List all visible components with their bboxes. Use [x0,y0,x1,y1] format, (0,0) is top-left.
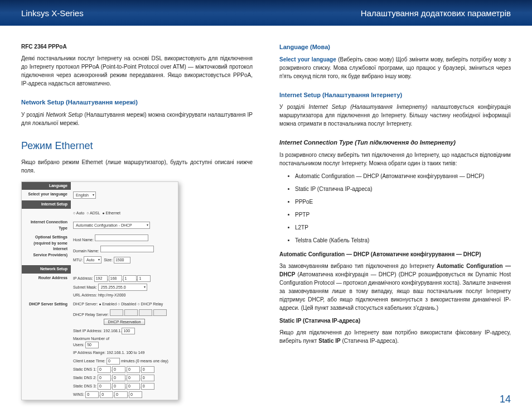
connection-types-list: Automatic Configuration — DHCP (Автомати… [279,172,511,245]
language-select[interactable]: English [73,191,96,199]
mtu-size-input[interactable]: 1500 [114,257,130,264]
ip-input[interactable]: 192 [94,275,108,282]
dhcp-relay-radio[interactable]: DHCP Relay [137,302,163,306]
start-ip-input[interactable]: 100 [122,328,135,334]
internet-setup-title: Internet Setup (Налаштування Інтернету) [279,90,511,100]
internet-setup-text: У розділі Internet Setup (Налаштування І… [279,103,511,128]
max-users-input[interactable]: 50 [85,342,99,348]
mode-adsl-radio[interactable]: ADSL [86,210,100,217]
header-right: Налаштування додаткових параметрів [361,8,511,18]
dns1-input[interactable]: 0 [98,366,111,373]
ict-text: Із розкривного списку виберіть тип підкл… [279,151,511,167]
list-item: Automatic Configuration — DHCP (Автомати… [295,172,511,180]
dhcp-reservation-button[interactable]: DHCP Reservation [104,319,144,325]
list-item: Telstra Cable (Кабель Telstra) [295,236,511,245]
dns2-input[interactable]: 0 [98,375,111,381]
language-title: Language (Мова) [279,42,511,52]
page-header: Linksys X-Series Налаштування додаткових… [0,0,532,26]
subnet-select[interactable]: 255.255.255.0 [98,284,147,291]
ict-select[interactable]: Automatic Configuration - DHCP [73,222,150,229]
dhcp-enabled-radio[interactable]: Enabled [99,302,117,306]
list-item: L2TP [295,223,511,232]
list-item: Static IP (Статична IP-адреса) [295,185,511,193]
right-column: Language (Мова) Select your language (Ви… [279,42,511,400]
ict-title: Internet Connection Type (Тип підключенн… [279,138,511,147]
domain-input[interactable] [100,246,154,252]
page-content: RFC 2364 PPPoA Деякі постачальники послу… [0,26,532,400]
ethernet-mode-text: Якщо вибрано режим Ethernet (лише маршру… [21,158,253,175]
dns3-input[interactable]: 0 [98,383,111,390]
page-number: 14 [500,394,511,405]
header-left: Linksys X-Series [21,8,84,18]
hostname-input[interactable] [95,234,148,241]
left-column: RFC 2364 PPPoA Деякі постачальники послу… [21,42,253,400]
ethernet-mode-title: Режим Ethernet [21,138,253,154]
list-item: PPTP [295,210,511,219]
list-item: PPPoE [295,198,511,206]
dhcp-disabled-radio[interactable]: Disabled [118,302,136,306]
network-setup-title: Network Setup (Налаштування мережі) [21,98,253,107]
rfc-title: RFC 2364 PPPoA [21,42,253,51]
language-text: Select your language (Виберіть свою мову… [279,55,511,80]
static-ip-text: Якщо для підключення до Інтернету вам по… [279,328,511,345]
mtu-select[interactable]: Auto [84,256,101,264]
mode-ethernet-radio[interactable]: Ethernet [102,210,120,217]
mode-auto-radio[interactable]: Auto [73,210,84,217]
auto-dhcp-title: Automatic Configuration — DHCP (Автомати… [279,250,511,258]
lease-input[interactable]: 0 [107,358,120,365]
rfc-text: Деякі постачальники послуг Інтернету на … [21,54,253,88]
wins-input[interactable]: 0 [85,391,99,398]
static-ip-title: Static IP (Статична IP-адреса) [279,317,511,325]
network-setup-text: У розділі Network Setup (Налаштування ме… [21,111,253,127]
auto-dhcp-text: За замовчуванням вибрано тип підключення… [279,262,511,312]
router-settings-screenshot: Language Select your languageEnglish Int… [21,181,178,400]
